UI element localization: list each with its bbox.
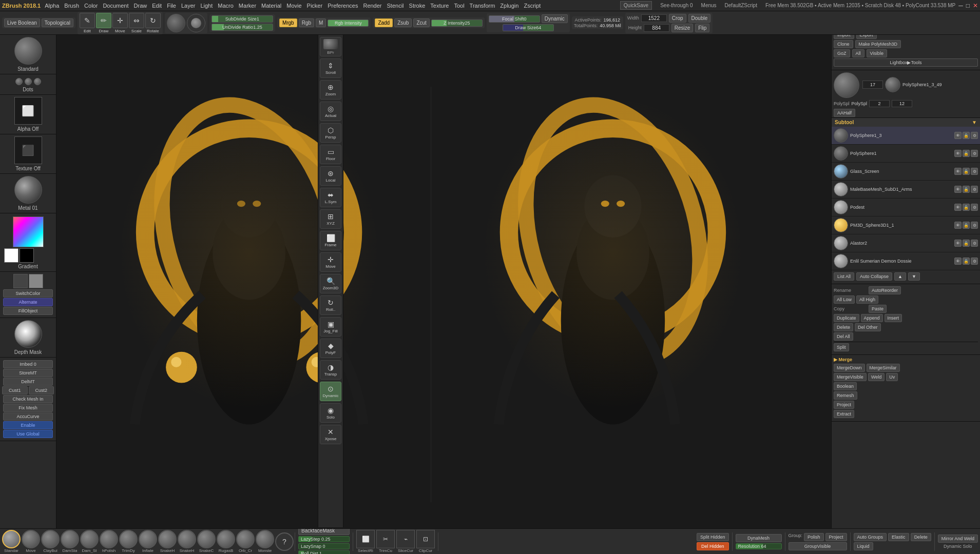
menu-file[interactable]: File <box>167 3 176 9</box>
color-swatch[interactable] <box>13 216 44 247</box>
brush-claybuild-icon[interactable] <box>41 530 60 548</box>
make-polymesh-btn[interactable]: Make PolyMesh3D <box>855 40 901 48</box>
delete-btn[interactable]: Delete <box>834 323 853 331</box>
rt-zoom3d-btn[interactable]: 🔍Zoom3D <box>320 274 341 293</box>
all-btn[interactable]: All <box>852 49 864 57</box>
zadd-btn[interactable]: Zadd <box>375 18 393 27</box>
cust1-btn[interactable]: Cust1 <box>2 386 28 394</box>
lazy-step-slider[interactable]: LazyStep 0.25 <box>298 536 350 542</box>
trim-curve-tool[interactable]: ✂ TrimCu <box>376 530 395 553</box>
rgb-intensity-slider[interactable]: Rgb Intensity <box>328 19 369 27</box>
menu-draw[interactable]: Draw <box>134 3 147 9</box>
fix-mesh-btn[interactable]: Fix Mesh <box>3 404 53 412</box>
merge-visible-btn[interactable]: MergeVisible <box>834 373 867 381</box>
goz-btn[interactable]: GoZ <box>834 49 850 57</box>
brush-hpolish-icon[interactable] <box>100 530 118 548</box>
window-minimize[interactable]: ─ <box>958 2 963 9</box>
auto-groups-btn[interactable]: Auto Groups <box>854 533 887 541</box>
menu-document[interactable]: Document <box>103 3 128 9</box>
default-zscript[interactable]: DefaultZScript <box>725 3 757 8</box>
menu-layer[interactable]: Layer <box>181 3 196 9</box>
subtool-eye-1[interactable]: 👁 <box>954 132 962 139</box>
brush-snakec[interactable]: SnakeC <box>197 530 216 553</box>
rgb-btn[interactable]: Rgb <box>299 18 314 27</box>
switch-swatch-1[interactable] <box>13 274 28 288</box>
delete-btn2[interactable]: Delete <box>911 533 931 541</box>
brush-damsta-icon[interactable] <box>61 530 79 548</box>
brush-claybuild[interactable]: ClayBui <box>41 530 60 553</box>
draw-size-slider[interactable]: Draw Size 64 <box>503 24 554 31</box>
list-up-btn[interactable]: ▲ <box>894 272 906 281</box>
black-color[interactable] <box>20 248 34 263</box>
brush-orb-icon[interactable] <box>236 530 255 548</box>
brush-snakeh1-icon[interactable] <box>158 530 177 548</box>
quicksave-button[interactable]: QuickSave <box>620 1 652 10</box>
draw-btn[interactable]: ✏ <box>96 13 111 28</box>
menu-material[interactable]: Material <box>261 3 281 9</box>
clone-btn[interactable]: Clone <box>834 40 853 48</box>
store-mt-btn[interactable]: StoreMT <box>3 369 53 377</box>
subtool-alastor[interactable]: Alastor2 👁 🔒 ⚙ <box>832 234 980 252</box>
rt-persp-btn[interactable]: ⬡Persp <box>320 123 341 143</box>
extract-btn[interactable]: Extract <box>834 410 854 418</box>
all-low-btn[interactable]: All Low <box>834 295 855 304</box>
subtool-lock-4[interactable]: 🔒 <box>963 186 970 193</box>
brush-standard-icon[interactable] <box>2 530 21 548</box>
menu-zscript[interactable]: Zscript <box>524 3 541 9</box>
window-close[interactable]: ✕ <box>973 2 978 9</box>
brush-hpolish[interactable]: hPolish <box>100 530 118 553</box>
switch-color-btn[interactable]: SwitchColor <box>3 289 53 298</box>
zsub-btn[interactable]: Zsub <box>394 18 412 27</box>
menu-marker[interactable]: Marker <box>239 3 256 9</box>
select-rect-tool[interactable]: ⬜ SelectRi <box>356 530 375 553</box>
subtool-podest[interactable]: Podest 👁 🔒 ⚙ <box>832 199 980 216</box>
del-all-btn[interactable]: Del All <box>834 332 853 341</box>
z-intensity-slider[interactable]: Z Intensity 25 <box>431 19 483 27</box>
rt-dynamic-btn[interactable]: ⊙Dynamic <box>320 382 341 401</box>
slice-curve-icon[interactable]: ⌁ <box>396 530 415 548</box>
menu-transform[interactable]: Transform <box>470 3 495 9</box>
rt-lsym-btn[interactable]: ⬌L.Sym <box>320 188 341 207</box>
subtool-lock-1[interactable]: 🔒 <box>963 132 970 139</box>
accu-curve-btn[interactable]: AccuCurve <box>3 412 53 421</box>
use-global-btn[interactable]: Use Global <box>3 430 53 438</box>
brush-preview-2[interactable] <box>187 14 205 32</box>
see-through-label[interactable]: See-through 0 <box>660 3 693 8</box>
subtool-lock-3[interactable]: 🔒 <box>963 168 970 175</box>
append-btn[interactable]: Append <box>861 314 883 322</box>
white-color[interactable] <box>4 248 18 263</box>
rt-xpose-btn[interactable]: ✕Xpose <box>320 425 341 444</box>
rt-frame-btn[interactable]: ⬜Frame <box>320 231 341 250</box>
resolution-slider[interactable]: Resolution 64 <box>736 543 782 549</box>
polysphere-icon[interactable] <box>885 77 900 92</box>
subtool-eye-5[interactable]: 👁 <box>954 204 962 211</box>
rt-local-btn[interactable]: ⊛Local <box>320 166 341 186</box>
subtool-eye-4[interactable]: 👁 <box>954 186 962 193</box>
subtool-gear-4[interactable]: ⚙ <box>971 186 978 193</box>
rt-xyz-btn[interactable]: ⊞XYZ <box>320 209 341 229</box>
edit-btn[interactable]: ✎ <box>80 13 95 28</box>
rt-floor-btn[interactable]: ▭Floor <box>320 145 341 164</box>
alternate-btn[interactable]: Alternate <box>3 298 53 306</box>
subtool-eye-6[interactable]: 👁 <box>954 222 962 229</box>
current-tool-icon[interactable] <box>834 72 859 98</box>
list-down-btn[interactable]: ▼ <box>908 272 920 281</box>
switch-swatch-2[interactable] <box>29 274 43 288</box>
menu-brush[interactable]: Brush <box>64 3 79 9</box>
brush-preview-1[interactable] <box>167 14 185 32</box>
imbed-btn[interactable]: Imbed 0 <box>3 360 53 368</box>
subdivide-slider[interactable]: SubDivide Size 1 <box>212 15 273 23</box>
menu-color[interactable]: Color <box>84 3 98 9</box>
all-high-btn[interactable]: All High <box>856 295 878 304</box>
brush-more-icon[interactable]: ? <box>275 532 294 551</box>
rt-move-btn[interactable]: ✛Move <box>320 252 341 272</box>
double-btn[interactable]: Double <box>688 14 711 23</box>
subtool-lock-6[interactable]: 🔒 <box>963 222 970 229</box>
lazy-snap-slider[interactable]: LazySnap 0 <box>298 543 350 549</box>
menu-tool[interactable]: Tool <box>454 3 464 9</box>
scale-btn[interactable]: ⇔ <box>129 13 144 28</box>
brush-move[interactable]: Move <box>22 530 40 553</box>
alpha-off-icon[interactable]: ⬜ <box>14 97 42 125</box>
elastic-btn[interactable]: Elastic <box>888 533 909 541</box>
liquid-btn[interactable]: Liquid <box>854 542 873 550</box>
